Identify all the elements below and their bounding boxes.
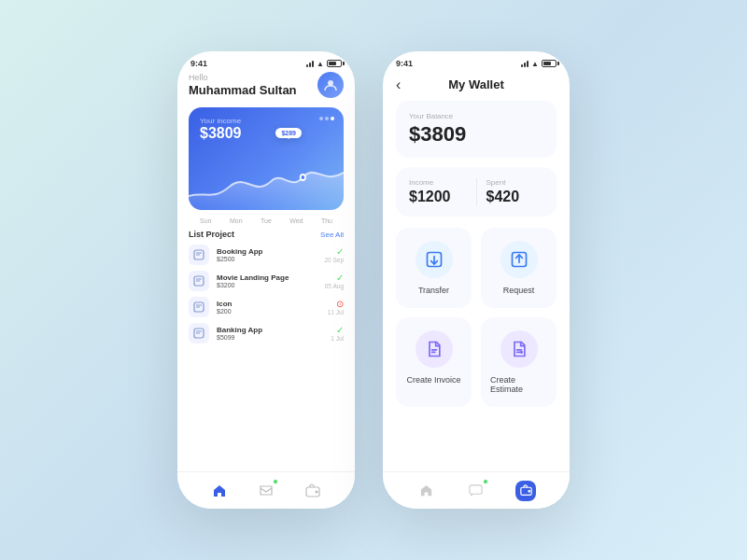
spent-col-amount: $420 bbox=[486, 189, 544, 205]
battery-icon bbox=[327, 60, 342, 67]
section-title: List Project bbox=[189, 230, 234, 239]
rnav-messages-wrap bbox=[466, 481, 486, 501]
estimate-icon-circle bbox=[500, 330, 538, 368]
svg-point-0 bbox=[328, 80, 333, 86]
estimate-label: Create Estimate bbox=[490, 375, 547, 394]
create-invoice-button[interactable]: Create Invoice bbox=[396, 317, 472, 407]
project-meta: ✓ 05 Aug bbox=[325, 273, 344, 289]
project-name: Booking App bbox=[217, 247, 317, 256]
bottom-nav-left bbox=[177, 471, 355, 509]
project-list: Booking App $2500 ✓ 20 Sep Movie Landing… bbox=[189, 245, 344, 343]
status-icons-right: ▲ bbox=[521, 60, 557, 68]
day-thu: Thu bbox=[321, 217, 332, 224]
time-right: 9:41 bbox=[396, 59, 413, 68]
page-title: My Wallet bbox=[448, 77, 503, 91]
time-left: 9:41 bbox=[190, 59, 207, 68]
wifi-icon: ▲ bbox=[317, 60, 324, 68]
dot-1 bbox=[319, 117, 323, 120]
income-card: Your income $3809 $289 bbox=[189, 107, 344, 210]
project-name: Banking App bbox=[217, 326, 323, 334]
messages-badge bbox=[273, 479, 278, 484]
dot-2 bbox=[325, 117, 329, 120]
project-date: 1 Jul bbox=[331, 335, 344, 342]
battery-icon-right bbox=[542, 60, 557, 67]
day-wed: Wed bbox=[289, 217, 303, 224]
nav-home[interactable] bbox=[209, 481, 230, 501]
day-mon: Mon bbox=[230, 217, 243, 224]
chart-tooltip: $289 bbox=[275, 128, 302, 138]
svg-point-26 bbox=[529, 491, 530, 493]
project-icon bbox=[189, 297, 209, 317]
project-icon bbox=[189, 323, 209, 343]
project-meta: ✓ 1 Jul bbox=[331, 325, 344, 342]
day-sun: Sun bbox=[200, 217, 211, 224]
project-info: Banking App $5099 bbox=[217, 326, 323, 341]
avatar[interactable] bbox=[317, 72, 344, 98]
signal-icon-right bbox=[521, 60, 529, 67]
transfer-button[interactable]: Transfer bbox=[396, 228, 472, 308]
transfer-label: Transfer bbox=[418, 286, 449, 295]
project-name: Icon bbox=[217, 300, 320, 308]
project-info: Movie Landing Page $3200 bbox=[217, 273, 317, 288]
invoice-label: Create Invoice bbox=[406, 375, 460, 385]
col-divider bbox=[476, 178, 477, 205]
invoice-icon-circle bbox=[416, 330, 453, 368]
status-icon-green: ✓ bbox=[325, 273, 344, 283]
rnav-badge bbox=[483, 479, 488, 484]
project-amount: $2500 bbox=[217, 256, 317, 262]
project-meta: ⊙ 11 Jul bbox=[328, 299, 344, 315]
svg-point-23 bbox=[520, 352, 522, 354]
status-icon-green: ✓ bbox=[324, 246, 344, 257]
create-estimate-button[interactable]: Create Estimate bbox=[481, 317, 557, 407]
list-item[interactable]: Movie Landing Page $3200 ✓ 05 Aug bbox=[189, 271, 344, 291]
request-icon-circle bbox=[500, 241, 538, 278]
project-name: Movie Landing Page bbox=[217, 273, 317, 282]
dot-3 bbox=[331, 117, 334, 120]
see-all-link[interactable]: See All bbox=[320, 231, 344, 239]
income-col-label: Income bbox=[409, 178, 467, 187]
section-header: List Project See All bbox=[189, 230, 344, 239]
svg-rect-24 bbox=[470, 485, 482, 494]
project-date: 05 Aug bbox=[325, 283, 344, 289]
username-text: Muhammad Sultan bbox=[189, 83, 297, 97]
rnav-home[interactable] bbox=[416, 481, 437, 501]
project-info: Booking App $2500 bbox=[217, 247, 317, 262]
project-icon bbox=[189, 245, 209, 265]
request-button[interactable]: Request bbox=[481, 228, 557, 308]
project-date: 11 Jul bbox=[328, 309, 344, 315]
balance-amount: $3809 bbox=[409, 122, 543, 147]
status-bar-right: 9:41 ▲ bbox=[383, 51, 570, 72]
svg-point-2 bbox=[302, 175, 304, 179]
project-info: Icon $200 bbox=[217, 300, 320, 315]
spent-col-label: Spent bbox=[486, 178, 544, 187]
left-phone: 9:41 ▲ Hello Muhammad Sultan bbox=[177, 51, 355, 509]
action-grid: Transfer Request bbox=[396, 228, 557, 407]
right-phone: 9:41 ▲ ‹ My Wallet Your Balance $3809 In… bbox=[383, 51, 570, 509]
project-amount: $5099 bbox=[217, 334, 323, 341]
nav-wallet[interactable] bbox=[303, 481, 323, 501]
chart-days: Sun Mon Tue Wed Thu bbox=[189, 217, 344, 224]
day-tue: Tue bbox=[261, 217, 272, 224]
back-button[interactable]: ‹ bbox=[396, 77, 401, 93]
income-col: Income $1200 bbox=[409, 178, 467, 205]
list-item[interactable]: Icon $200 ⊙ 11 Jul bbox=[189, 297, 344, 317]
project-amount: $3200 bbox=[217, 282, 317, 288]
list-item[interactable]: Booking App $2500 ✓ 20 Sep bbox=[189, 245, 344, 265]
nav-messages-wrapper[interactable] bbox=[256, 481, 276, 501]
header-row: Hello Muhammad Sultan bbox=[189, 72, 344, 98]
spent-col: Spent $420 bbox=[486, 178, 544, 205]
project-meta: ✓ 20 Sep bbox=[324, 246, 344, 263]
project-amount: $200 bbox=[217, 308, 320, 315]
income-label: Your income bbox=[200, 117, 332, 125]
status-icon-red: ⊙ bbox=[328, 299, 344, 309]
bottom-nav-right bbox=[383, 471, 570, 509]
signal-icon bbox=[306, 60, 314, 67]
wifi-icon-right: ▲ bbox=[531, 60, 539, 68]
list-item[interactable]: Banking App $5099 ✓ 1 Jul bbox=[189, 323, 344, 343]
request-label: Request bbox=[503, 286, 535, 295]
rnav-wallet[interactable] bbox=[515, 481, 536, 501]
chart-area bbox=[189, 149, 344, 210]
right-header: ‹ My Wallet bbox=[383, 72, 570, 101]
income-col-amount: $1200 bbox=[409, 189, 467, 205]
status-icon-green: ✓ bbox=[331, 325, 344, 335]
